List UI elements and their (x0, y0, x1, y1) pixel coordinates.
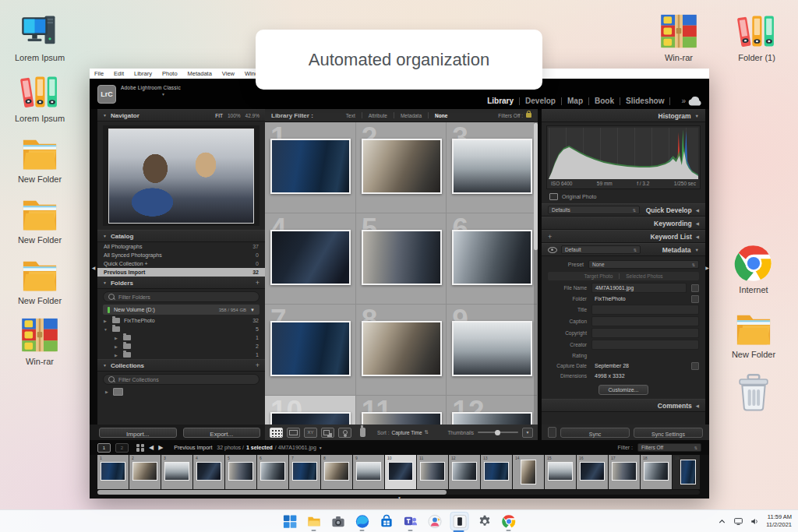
navigator-header[interactable]: ▼ Navigator FIT 100% 42.9% (97, 109, 265, 122)
expand-arrow-icon[interactable]: ▶ (105, 389, 108, 394)
eye-icon[interactable] (548, 247, 557, 253)
taskbar-camera-icon[interactable] (330, 513, 347, 530)
expand-arrow-icon[interactable]: ▶ (115, 353, 119, 358)
collapse-triangle-icon[interactable]: ▼ (250, 308, 255, 312)
metadata-header[interactable]: Default ⇅ Metadata ▼ (542, 243, 705, 256)
grid-cell-9[interactable]: 9 (447, 305, 538, 396)
second-window-button[interactable]: 2 (115, 443, 129, 453)
desktop-icon-trash-icon[interactable] (723, 372, 784, 413)
taskbar-explorer-icon[interactable] (305, 513, 323, 530)
catalog-item[interactable]: All Synced Photographs0 (97, 251, 265, 259)
comments-header[interactable]: Comments ◀ (542, 399, 705, 412)
thumbnail-size-slider[interactable] (478, 432, 518, 433)
filmstrip-thumb-19[interactable]: 19 (673, 455, 700, 489)
filmstrip-thumb-12[interactable]: 12 (449, 455, 480, 489)
filmstrip-thumb-16[interactable]: 16 (577, 455, 608, 489)
tab-selected-photos[interactable]: Selected Photos (626, 273, 662, 279)
filmstrip-thumb-8[interactable]: 8 (321, 455, 352, 489)
metadata-field-value[interactable] (591, 340, 699, 350)
metadata-view-dropdown[interactable]: Default ⇅ (561, 245, 641, 254)
grid-cell-2[interactable]: 2 (356, 122, 447, 213)
metadata-field-value[interactable] (591, 305, 699, 315)
desktop-icon-new-folder[interactable]: New Folder (9, 254, 70, 305)
grid-photo-thumbnail[interactable] (362, 139, 442, 194)
taskbar-chrome-icon[interactable] (500, 513, 517, 530)
filmstrip-filter-dropdown[interactable]: Filters Off ⇅ (637, 443, 701, 452)
filmstrip-status[interactable]: 32 photos / 1 selected / 4M7A19061.jpg ▼ (217, 445, 322, 450)
grid-cell-1[interactable]: 1 (265, 122, 356, 213)
grid-photo-thumbnail[interactable] (452, 139, 532, 194)
folder-row[interactable]: ▼5 (97, 325, 265, 333)
taskbar-settings-icon[interactable] (476, 513, 493, 530)
filter-folders-input[interactable]: Filter Folders (103, 291, 260, 302)
original-photo-row[interactable]: Original Photo (542, 191, 705, 203)
metadata-field-value[interactable]: FixThePhoto (591, 294, 687, 303)
menu-library[interactable]: Library (134, 70, 152, 77)
network-icon[interactable] (733, 516, 743, 527)
grid-photo-thumbnail[interactable] (452, 321, 532, 376)
catalog-item[interactable]: Quick Collection +0 (97, 259, 265, 268)
grid-cell-7[interactable]: 7 (265, 305, 356, 396)
filmstrip-scrollbar[interactable] (97, 490, 700, 495)
folder-row[interactable]: ▶1 (97, 333, 265, 342)
metadata-field-value[interactable] (591, 328, 699, 338)
menu-edit[interactable]: Edit (114, 70, 124, 77)
keyword-list-header[interactable]: + Keyword List ◀ (542, 230, 705, 243)
zoom-custom[interactable]: 42.9% (245, 113, 260, 118)
histogram-header[interactable]: Histogram ▼ (542, 109, 705, 122)
add-keyword-icon[interactable]: + (548, 233, 552, 241)
metadata-preset-dropdown[interactable]: None ⇅ (588, 260, 699, 269)
metadata-field-value[interactable]: September 28 (591, 361, 687, 370)
desktop-icon-new-folder[interactable]: New Folder (9, 132, 70, 184)
metadata-action-icon[interactable] (691, 362, 699, 370)
filmstrip-thumb-13[interactable]: 13 (481, 455, 512, 489)
filmstrip-thumb-17[interactable]: 17 (609, 455, 640, 489)
grid-cell-5[interactable]: 5 (356, 213, 447, 305)
filter-option-text[interactable]: Text (340, 113, 362, 118)
filmstrip-source[interactable]: Previous Import (174, 445, 212, 450)
quick-develop-header[interactable]: Defaults ⇅ Quick Develop ◀ (542, 203, 705, 217)
grid-cell-11[interactable]: 11 (356, 396, 447, 425)
grid-photo-thumbnail[interactable] (270, 321, 351, 376)
sync-button[interactable]: Sync (560, 428, 630, 438)
module-book[interactable]: Book (595, 97, 614, 105)
chevron-down-icon[interactable]: ▼ (161, 92, 165, 97)
volume-row[interactable]: New Volume (D:) 358 / 954 GB ▼ (103, 305, 260, 315)
grid-photo-thumbnail[interactable] (362, 412, 442, 425)
toolbar-options-dropdown[interactable]: ▼ (522, 428, 533, 438)
folder-row[interactable]: ▶FixThePhoto32 (97, 316, 265, 325)
desktop-icon-win-rar[interactable]: Win-rar (648, 11, 709, 62)
grid-cell-10[interactable]: 10 (265, 396, 356, 425)
folder-row[interactable]: ▶1 (97, 351, 265, 359)
grid-photo-thumbnail[interactable] (270, 230, 351, 285)
desktop-icon-folder-1-[interactable]: Folder (1) (726, 11, 787, 62)
menu-view[interactable]: View (222, 70, 235, 77)
module-library[interactable]: Library (487, 97, 514, 105)
catalog-header[interactable]: ▼ Catalog (97, 230, 265, 242)
left-panel-collapse-strip[interactable]: ◀ (90, 109, 97, 425)
grid-photo-thumbnail[interactable] (270, 412, 351, 425)
tab-target-photo[interactable]: Target Photo (584, 273, 613, 279)
catalog-item[interactable]: All Photographs37 (97, 242, 265, 251)
expand-arrow-icon[interactable]: ▶ (115, 344, 119, 349)
menu-metadata[interactable]: Metadata (188, 70, 212, 77)
filter-collections-input[interactable]: Filter Collections (103, 374, 260, 385)
collections-header[interactable]: ▼ Collections + (97, 359, 265, 372)
grid-cell-8[interactable]: 8 (356, 305, 447, 396)
taskbar-clock[interactable]: 11:59 AM 11/2/2021 (766, 513, 792, 529)
filmstrip-thumb-1[interactable]: 1 (97, 455, 129, 489)
sync-settings-button[interactable]: Sync Settings (634, 428, 703, 438)
module-develop[interactable]: Develop (525, 97, 556, 105)
previous-photo-icon[interactable]: ◀ (149, 444, 154, 451)
filmstrip-thumb-2[interactable]: 2 (129, 455, 161, 489)
metadata-field-value[interactable] (591, 351, 699, 360)
grid-photo-thumbnail[interactable] (452, 412, 532, 425)
taskbar-lightroom-icon[interactable] (450, 512, 469, 530)
keywording-header[interactable]: Keywording ◀ (542, 217, 705, 230)
bottom-panel-collapse-icon[interactable]: ▼ (397, 495, 401, 500)
grid-photo-thumbnail[interactable] (362, 321, 442, 376)
grid-photo-thumbnail[interactable] (270, 139, 351, 194)
module-map[interactable]: Map (567, 97, 583, 105)
grid-shortcut-icon[interactable] (136, 444, 144, 452)
collection-row[interactable]: ▶ (97, 387, 265, 396)
